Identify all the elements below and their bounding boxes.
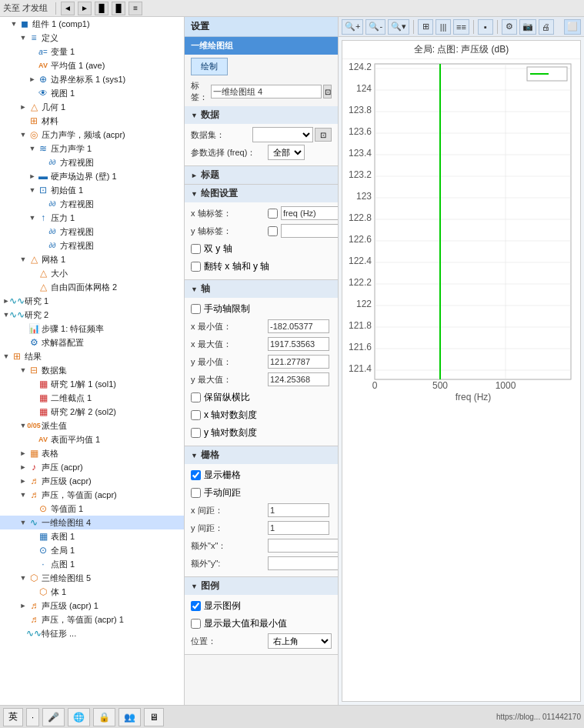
x-log-checkbox[interactable]	[191, 410, 201, 420]
x-spacing-input[interactable]	[268, 503, 329, 517]
tree-item-surfavg1[interactable]: AV 表面平均值 1	[0, 432, 184, 446]
tree-item-comp1[interactable]: ▼ ◼ 组件 1 (comp1)	[0, 17, 184, 31]
arrow[interactable]: ▼	[18, 490, 28, 499]
toolbar-btn-stop[interactable]: ▐▌	[95, 2, 108, 15]
tree-item-study3[interactable]: ∿∿ 特征形 ...	[0, 626, 184, 640]
tree-item-table1[interactable]: ▦ 表图 1	[0, 529, 184, 543]
arrow[interactable]: ►	[28, 172, 37, 181]
tree-item-size1[interactable]: △ 大小	[0, 266, 184, 280]
tag-input[interactable]	[211, 85, 322, 99]
tree-item-p-iso[interactable]: ▼ ♬ 声压，等值面 (acpr)	[0, 488, 184, 502]
show-minmax-checkbox[interactable]	[191, 619, 201, 629]
tree-item-view1[interactable]: 👁 视图 1	[0, 86, 184, 100]
section-title-header[interactable]: ► 标题	[185, 166, 338, 184]
arrow[interactable]: ►	[28, 75, 37, 84]
section-data-header[interactable]: ▼ 数据	[185, 106, 338, 124]
tree-item-body1[interactable]: ⬡ 体 1	[0, 585, 184, 599]
monitor-btn[interactable]: 🖥	[144, 708, 164, 726]
arrow[interactable]: ▼	[28, 144, 37, 153]
tag-btn[interactable]: ⊡	[323, 85, 332, 99]
lock-btn[interactable]: 🔒	[93, 708, 115, 726]
tree-item-datasets[interactable]: ▼ ⊟ 数据集	[0, 363, 184, 377]
tree-item-study2[interactable]: ▼ ∿∿ 研究 2	[0, 308, 184, 322]
tree-item-sys1[interactable]: ► ⊕ 边界坐标系 1 (sys1)	[0, 72, 184, 86]
tree-item-defs[interactable]: ▼ ≡ 定义	[0, 31, 184, 45]
arrow[interactable]: ▼	[18, 366, 28, 375]
param-select[interactable]: 全部	[268, 145, 305, 160]
toolbar-btn-menu[interactable]: ≡	[128, 2, 142, 15]
tree-item-step1[interactable]: 📊 步骤 1: 特征频率	[0, 322, 184, 336]
tree-item-ave[interactable]: AV 平均值 1 (ave)	[0, 58, 184, 72]
tree-item-point1[interactable]: · 点图 1	[0, 557, 184, 571]
user-btn[interactable]: 👥	[118, 708, 141, 726]
tree-item-plot3d-5[interactable]: ▼ ⬡ 三维绘图组 5	[0, 571, 184, 585]
pos-select[interactable]: 右上角	[268, 633, 332, 649]
dataset-btn[interactable]: ⊡	[315, 128, 332, 142]
xmin-input[interactable]	[268, 319, 329, 333]
tree-item-eqview3[interactable]: ∂∂ 方程视图	[0, 225, 184, 239]
section-plot-header[interactable]: ▼ 绘图设置	[185, 185, 338, 202]
tree-item-geo1[interactable]: ► △ 几何 1	[0, 100, 184, 114]
bar-btn[interactable]: |||	[435, 19, 451, 35]
tree-item-spl2[interactable]: ► ♬ 声压级 (acpr) 1	[0, 599, 184, 613]
tree-item-eqview1[interactable]: ∂∂ 方程视图	[0, 155, 184, 169]
flip-xy-checkbox[interactable]	[191, 262, 201, 272]
tree-item-ftet2[interactable]: △ 自由四面体网格 2	[0, 280, 184, 294]
arrow[interactable]: ►	[18, 476, 28, 486]
print-btn[interactable]: 🖨	[539, 19, 554, 35]
tree-item-mesh1[interactable]: ▼ △ 网格 1	[0, 252, 184, 266]
tree-item-p1[interactable]: ▼ ↑ 压力 1	[0, 211, 184, 225]
tree-item-hb1[interactable]: ► ▬ 硬声场边界 (壁) 1	[0, 169, 184, 183]
arrow[interactable]: ▼	[18, 573, 28, 583]
x-axis-input[interactable]	[281, 206, 339, 220]
zoom-in-btn[interactable]: 🔍+	[342, 19, 363, 35]
settings-btn[interactable]: ≡≡	[453, 19, 469, 35]
arrow[interactable]: ►	[18, 449, 28, 458]
y-spacing-input[interactable]	[268, 521, 329, 535]
arrow[interactable]: ▼	[28, 185, 37, 195]
zoom-menu-btn[interactable]: 🔍▾	[388, 19, 409, 35]
manual-limit-checkbox[interactable]	[191, 304, 201, 314]
arrow[interactable]: ▼	[18, 421, 28, 430]
dataset-select[interactable]	[252, 127, 313, 142]
y-log-checkbox[interactable]	[191, 428, 201, 438]
toolbar-btn-back[interactable]: ◄	[61, 2, 75, 15]
section-grid-header[interactable]: ▼ 栅格	[185, 446, 338, 464]
dot-btn[interactable]: ▪	[478, 19, 493, 35]
globe-btn[interactable]: 🌐	[68, 708, 90, 726]
lang-btn[interactable]: 英	[3, 708, 23, 726]
dual-y-checkbox[interactable]	[191, 244, 201, 254]
arrow[interactable]: ►	[18, 601, 28, 610]
extra-x-input[interactable]	[268, 539, 339, 553]
section-axis-header[interactable]: ▼ 轴	[185, 280, 338, 298]
toolbar-btn-forward[interactable]: ►	[78, 2, 92, 15]
tree-item-tables[interactable]: ► ▦ 表格	[0, 446, 184, 460]
tree-item-iso1[interactable]: ⊙ 等值面 1	[0, 502, 184, 516]
arrow[interactable]: ►	[18, 463, 28, 472]
tree-item-eqview2[interactable]: ∂∂ 方程视图	[0, 197, 184, 211]
gear-btn[interactable]: ⚙	[502, 19, 517, 35]
tree-item-p-iso2[interactable]: ♬ 声压，等值面 (acpr) 1	[0, 613, 184, 626]
arrow[interactable]: ▼	[9, 19, 18, 28]
draw-button[interactable]: 绘制	[191, 58, 228, 75]
tree-item-solver1[interactable]: ⚙ 求解器配置	[0, 336, 184, 349]
tree-item-global1[interactable]: ⊙ 全局 1	[0, 543, 184, 557]
show-grid-checkbox[interactable]	[191, 470, 201, 480]
tree-item-mat[interactable]: ⊞ 材料	[0, 114, 184, 128]
arrow[interactable]: ▼	[2, 352, 11, 361]
tree-item-spl[interactable]: ► ♬ 声压级 (acpr)	[0, 474, 184, 488]
extra-y-input[interactable]	[268, 556, 339, 570]
tree-item-acpr[interactable]: ▼ ◎ 压力声学，频域 (acpr)	[0, 128, 184, 142]
mic-btn[interactable]: 🎤	[42, 708, 65, 726]
toolbar-btn-pause[interactable]: ▐▌	[112, 2, 125, 15]
x-axis-checkbox[interactable]	[268, 209, 278, 219]
ymin-input[interactable]	[268, 355, 329, 369]
arrow[interactable]: ▼	[18, 130, 28, 139]
ymax-input[interactable]	[268, 372, 329, 386]
tree-item-plot1d-4[interactable]: ▼ ∿ 一维绘图组 4	[0, 516, 184, 529]
arrow[interactable]: ▼	[18, 33, 28, 42]
tree-item-results[interactable]: ▼ ⊞ 结果	[0, 349, 184, 363]
y-axis-input[interactable]	[281, 224, 339, 238]
tree-item-pts2d[interactable]: ▦ 二维截点 1	[0, 391, 184, 405]
tree-item-study1[interactable]: ► ∿∿ 研究 1	[0, 294, 184, 308]
